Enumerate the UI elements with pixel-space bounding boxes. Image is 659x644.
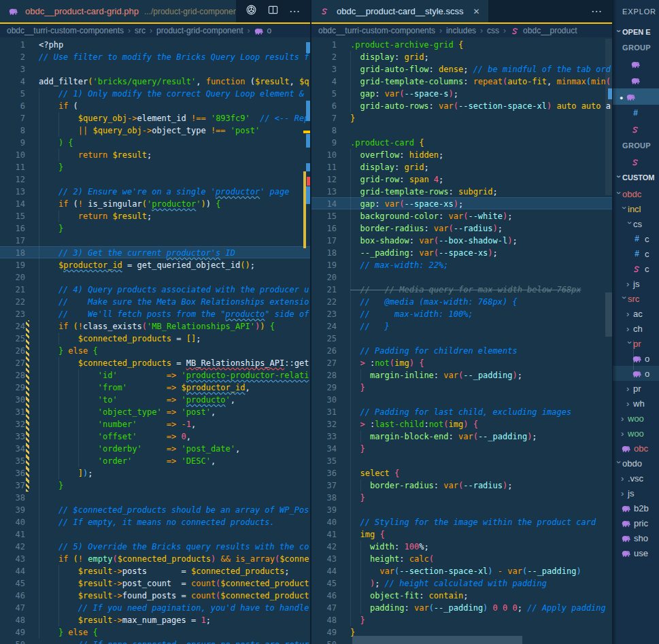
breadcrumb-item[interactable]: obdc__product: [510, 26, 577, 35]
tree-item-obdo[interactable]: ›obdo: [613, 456, 659, 471]
code-line[interactable]: 2// Use filter to modify the Bricks Quer…: [0, 51, 310, 63]
line-number[interactable]: 8: [0, 124, 25, 137]
line-number[interactable]: 39: [0, 504, 25, 516]
code-line[interactable]: 4 grid-template-columns: repeat(auto-fit…: [311, 75, 612, 88]
line-number[interactable]: 30: [0, 394, 25, 406]
code-line[interactable]: 20: [0, 271, 310, 284]
code-line[interactable]: 10 return $result;: [0, 149, 310, 161]
tree-item-woo[interactable]: ›woo: [613, 426, 659, 441]
code-line[interactable]: 19 $productor_id = get_queried_object_id…: [0, 259, 310, 271]
code-line[interactable]: 15 background-color: var(--white);: [311, 210, 612, 222]
code-line[interactable]: 43 if (! empty($connected_products) && i…: [0, 553, 310, 565]
code-line[interactable]: 18 // 3) Get the current productor's ID: [0, 247, 310, 259]
tree-item-sho[interactable]: sho: [613, 530, 659, 545]
code-line[interactable]: 8: [311, 124, 612, 137]
line-number[interactable]: 35: [0, 455, 25, 467]
code-line[interactable]: 29 'from' => $productor_id,: [0, 382, 310, 394]
line-number[interactable]: 6: [0, 100, 25, 112]
code-line[interactable]: 12: [0, 173, 310, 186]
code-line[interactable]: 34 }: [311, 443, 612, 455]
tree-item-c[interactable]: #c: [613, 246, 659, 261]
breadcrumb-item[interactable]: css: [487, 26, 499, 35]
line-number[interactable]: 8: [311, 124, 337, 137]
breadcrumb-item[interactable]: product-grid-component: [156, 26, 243, 35]
line-number[interactable]: 4: [311, 75, 337, 88]
line-number[interactable]: 41: [0, 528, 25, 541]
line-number[interactable]: 14: [0, 198, 25, 210]
line-number[interactable]: 49: [311, 626, 337, 639]
line-number[interactable]: 24: [311, 320, 337, 333]
code-line[interactable]: 36 select {: [311, 467, 612, 479]
code-line[interactable]: 6 grid-auto-rows: var(--section-space-xl…: [311, 100, 612, 112]
code-line[interactable]: 39 // $connected_products should be an a…: [0, 504, 310, 516]
line-number[interactable]: 31: [311, 406, 337, 418]
code-line[interactable]: 48 $result->max_num_pages = 1;: [0, 614, 310, 626]
code-line[interactable]: 9 ) {: [0, 137, 310, 149]
line-number[interactable]: 25: [0, 333, 25, 345]
line-number[interactable]: 14: [311, 198, 337, 210]
code-line[interactable]: 11 }: [0, 161, 310, 173]
line-number[interactable]: 46: [0, 590, 25, 602]
code-line[interactable]: 40 // If empty, it means no connected pr…: [0, 516, 310, 528]
code-line[interactable]: 48 }: [311, 614, 612, 626]
line-number[interactable]: 16: [0, 222, 25, 235]
explorer-section-header[interactable]: ›CUSTOM: [613, 170, 659, 185]
tab-product-card-style-scss[interactable]: obdc__product-card__style.scss ✕: [311, 0, 488, 22]
line-number[interactable]: 16: [311, 222, 337, 235]
code-line[interactable]: 35: [311, 455, 612, 467]
line-number[interactable]: 9: [311, 137, 337, 149]
line-number[interactable]: 48: [311, 614, 337, 626]
code-line[interactable]: 38: [0, 492, 310, 504]
scrollbar-slider[interactable]: [605, 292, 612, 337]
code-line[interactable]: 6 if (: [0, 100, 310, 112]
line-number[interactable]: 6: [311, 100, 337, 112]
line-number[interactable]: 41: [311, 528, 337, 541]
code-line[interactable]: 3 grid-auto-flow: dense; // be mindful o…: [311, 63, 612, 75]
code-line[interactable]: 47 // If you need pagination, you'd have…: [0, 602, 310, 614]
code-line[interactable]: 50 // If none connected, ensure no posts…: [0, 639, 310, 644]
line-number[interactable]: 31: [0, 406, 25, 418]
line-number[interactable]: 43: [0, 553, 25, 565]
code-line[interactable]: 15 return $result;: [0, 210, 310, 222]
line-number[interactable]: 5: [0, 88, 25, 100]
code-line[interactable]: 39: [311, 504, 612, 516]
line-number[interactable]: 44: [311, 565, 337, 577]
line-number[interactable]: 3: [311, 63, 337, 75]
line-number[interactable]: 13: [0, 186, 25, 198]
code-line[interactable]: 23 // max-width: 100%;: [311, 308, 612, 320]
line-number[interactable]: 36: [311, 467, 337, 479]
line-number[interactable]: 38: [311, 492, 337, 504]
line-number[interactable]: 37: [311, 479, 337, 492]
line-number[interactable]: 4: [0, 75, 25, 88]
line-number[interactable]: 50: [0, 639, 25, 644]
tree-item-obc[interactable]: obc: [613, 441, 659, 456]
tree-item-c[interactable]: c: [613, 261, 659, 276]
line-number[interactable]: 39: [311, 504, 337, 516]
line-number[interactable]: 43: [311, 553, 337, 565]
code-line[interactable]: 22 // Make sure the Meta Box Relationshi…: [0, 296, 310, 308]
code-line[interactable]: 49 } else {: [0, 626, 310, 639]
tree-item-o[interactable]: o: [613, 366, 659, 381]
line-number[interactable]: 2: [0, 51, 25, 63]
line-number[interactable]: 9: [0, 137, 25, 149]
tree-item-pr[interactable]: ›pr: [613, 336, 659, 351]
line-number[interactable]: 23: [311, 308, 337, 320]
breadcrumb-item[interactable]: obdc__turri-custom-components: [7, 26, 124, 35]
code-line[interactable]: 45 $result->post_count = count($connecte…: [0, 577, 310, 590]
line-number[interactable]: 21: [0, 284, 25, 296]
line-number[interactable]: 18: [311, 247, 337, 259]
line-number[interactable]: 27: [0, 357, 25, 369]
tree-item-use[interactable]: use: [613, 545, 659, 560]
line-number[interactable]: 29: [311, 382, 337, 394]
code-line[interactable]: 14 gap: var(--space-xs);: [311, 198, 612, 210]
line-number[interactable]: 45: [0, 577, 25, 590]
line-number[interactable]: 27: [311, 357, 337, 369]
line-number[interactable]: 46: [311, 590, 337, 602]
line-number[interactable]: 40: [0, 516, 25, 528]
code-line[interactable]: 4add_filter('bricks/query/result', funct…: [0, 75, 310, 88]
code-line[interactable]: 46 $result->found_posts = count($connect…: [0, 590, 310, 602]
code-line[interactable]: 38 }: [311, 492, 612, 504]
breadcrumb-item[interactable]: o: [254, 26, 271, 35]
code-line[interactable]: 10 overflow: hidden;: [311, 149, 612, 161]
code-line[interactable]: 13 grid-template-rows: subgrid;: [311, 186, 612, 198]
